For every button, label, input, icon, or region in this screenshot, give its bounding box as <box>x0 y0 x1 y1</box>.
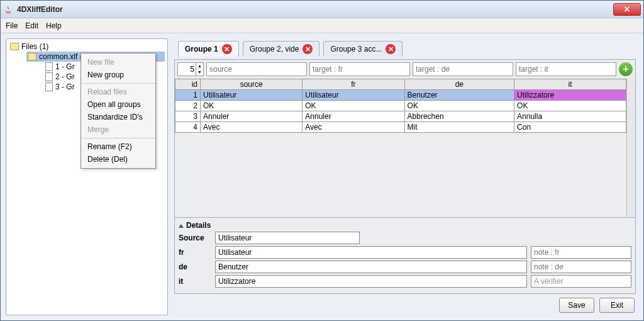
menu-help[interactable]: Help <box>46 21 62 30</box>
table-header-row: id source fr de it <box>175 79 626 90</box>
col-id[interactable]: id <box>175 79 201 90</box>
details-title: Details <box>179 219 631 232</box>
id-spinner-input[interactable] <box>178 65 196 74</box>
detail-it-note[interactable] <box>531 275 631 288</box>
cell-id[interactable]: 4 <box>175 122 201 133</box>
tab-close-icon[interactable]: ✕ <box>222 44 232 54</box>
filter-de[interactable] <box>413 62 513 76</box>
cell-fr[interactable]: Avec <box>303 122 404 133</box>
cell-source[interactable]: Utilisateur <box>201 90 303 101</box>
label-it: it <box>179 277 211 286</box>
file-icon <box>45 62 53 71</box>
detail-it-input[interactable] <box>215 275 527 288</box>
cell-source[interactable]: OK <box>201 101 303 111</box>
cell-fr[interactable]: Utilisateur <box>303 90 404 101</box>
detail-fr-note[interactable] <box>531 246 631 259</box>
tab-groupe-2[interactable]: Groupe 2, vide✕ <box>243 41 320 57</box>
col-it[interactable]: it <box>514 79 626 90</box>
id-spinner[interactable]: ▲▼ <box>177 62 204 76</box>
workarea: ▲▼ + id source fr de i <box>174 59 636 294</box>
cell-it[interactable]: Con <box>514 122 626 133</box>
ctx-rename[interactable]: Rename (F2) <box>81 140 155 153</box>
ctx-delete[interactable]: Delete (Del) <box>81 153 155 166</box>
cell-de[interactable]: OK <box>404 101 514 111</box>
label-source: Source <box>179 234 211 242</box>
cell-id[interactable]: 3 <box>175 111 201 122</box>
cell-it[interactable]: Utilizzatore <box>514 90 626 101</box>
tab-groupe-1[interactable]: Groupe 1✕ <box>178 41 239 57</box>
file-icon <box>45 82 53 91</box>
spinner-down-icon[interactable]: ▼ <box>196 69 203 76</box>
vertical-scrollbar[interactable] <box>626 79 635 217</box>
ctx-merge[interactable]: Merge <box>81 123 155 136</box>
col-source[interactable]: source <box>201 79 303 90</box>
detail-fr-input[interactable] <box>215 246 527 259</box>
cell-de[interactable]: Abbrechen <box>404 111 514 122</box>
detail-source-input[interactable] <box>215 232 360 244</box>
cell-source[interactable]: Annuler <box>201 111 303 122</box>
ctx-open-all[interactable]: Open all groups <box>81 98 155 111</box>
button-row: Save Exit <box>174 296 636 313</box>
tab-label: Groupe 1 <box>185 45 218 54</box>
cell-it[interactable]: OK <box>514 101 626 111</box>
detail-de-input[interactable] <box>215 261 527 273</box>
detail-de-note[interactable] <box>531 261 631 273</box>
filter-it[interactable] <box>516 62 616 76</box>
folder-icon <box>28 53 36 60</box>
translation-table: id source fr de it 1UtilisateurUtilisate… <box>175 79 626 133</box>
content: Files (1) common.xlf (3) 1 - Gr 2 - Gr 3… <box>1 33 643 320</box>
details-panel: Details Source fr de it <box>175 217 635 293</box>
filter-fr[interactable] <box>309 62 410 76</box>
cell-id[interactable]: 2 <box>175 101 201 111</box>
tab-bar: Groupe 1✕ Groupe 2, vide✕ Groupe 3 acc..… <box>174 41 636 57</box>
tab-close-icon[interactable]: ✕ <box>386 44 396 54</box>
col-de[interactable]: de <box>404 79 514 90</box>
cell-de[interactable]: Mit <box>404 122 514 133</box>
tree-root[interactable]: Files (1) <box>9 42 165 52</box>
table-row[interactable]: 4AvecAvecMitCon <box>175 122 626 133</box>
tab-label: Groupe 3 acc... <box>330 45 382 54</box>
cell-fr[interactable]: Annuler <box>303 111 404 122</box>
exit-button[interactable]: Exit <box>599 298 635 313</box>
tab-groupe-3[interactable]: Groupe 3 acc...✕ <box>323 41 402 57</box>
cell-it[interactable]: Annulla <box>514 111 626 122</box>
save-button[interactable]: Save <box>559 298 594 313</box>
tree-root-label: Files (1) <box>21 42 48 51</box>
filter-source[interactable] <box>206 62 307 76</box>
tab-label: Groupe 2, vide <box>250 45 299 54</box>
ctx-new-file[interactable]: New file <box>81 56 155 69</box>
tab-close-icon[interactable]: ✕ <box>303 44 313 54</box>
cell-source[interactable]: Avec <box>201 122 303 133</box>
window-close-button[interactable]: ✕ <box>613 3 641 16</box>
ctx-new-group[interactable]: New group <box>81 69 155 81</box>
tree-group-label: 3 - Gr <box>55 82 75 91</box>
separator <box>81 138 155 138</box>
titlebar: 4DXliffEditor ✕ <box>1 1 643 18</box>
ctx-reload[interactable]: Reload files <box>81 86 155 98</box>
window-title: 4DXliffEditor <box>17 5 613 14</box>
context-menu: New file New group Reload files Open all… <box>80 53 156 169</box>
data-grid: id source fr de it 1UtilisateurUtilisate… <box>175 79 635 217</box>
file-icon <box>45 72 53 81</box>
menubar: File Edit Help <box>1 18 643 33</box>
cell-id[interactable]: 1 <box>175 90 201 101</box>
col-fr[interactable]: fr <box>303 79 404 90</box>
cell-de[interactable]: Benutzer <box>404 90 514 101</box>
folder-icon <box>10 43 19 50</box>
main-area: Groupe 1✕ Groupe 2, vide✕ Groupe 3 acc..… <box>172 38 638 315</box>
cell-fr[interactable]: OK <box>303 101 404 111</box>
label-de: de <box>179 262 211 271</box>
menu-edit[interactable]: Edit <box>25 21 38 30</box>
java-app-icon <box>3 4 13 14</box>
spinner-up-icon[interactable]: ▲ <box>196 63 203 69</box>
menu-file[interactable]: File <box>6 21 18 30</box>
sidebar-tree: Files (1) common.xlf (3) 1 - Gr 2 - Gr 3… <box>6 38 168 315</box>
toggle-icon[interactable] <box>179 224 184 228</box>
tree-group-label: 1 - Gr <box>55 62 75 71</box>
table-row[interactable]: 3AnnulerAnnulerAbbrechenAnnulla <box>175 111 626 122</box>
ctx-standardize[interactable]: Standardize ID's <box>81 111 155 123</box>
table-row[interactable]: 1UtilisateurUtilisateurBenutzerUtilizzat… <box>175 90 626 101</box>
table-row[interactable]: 2OKOKOKOK <box>175 101 626 111</box>
add-row-button[interactable]: + <box>619 62 633 76</box>
label-fr: fr <box>179 248 211 257</box>
